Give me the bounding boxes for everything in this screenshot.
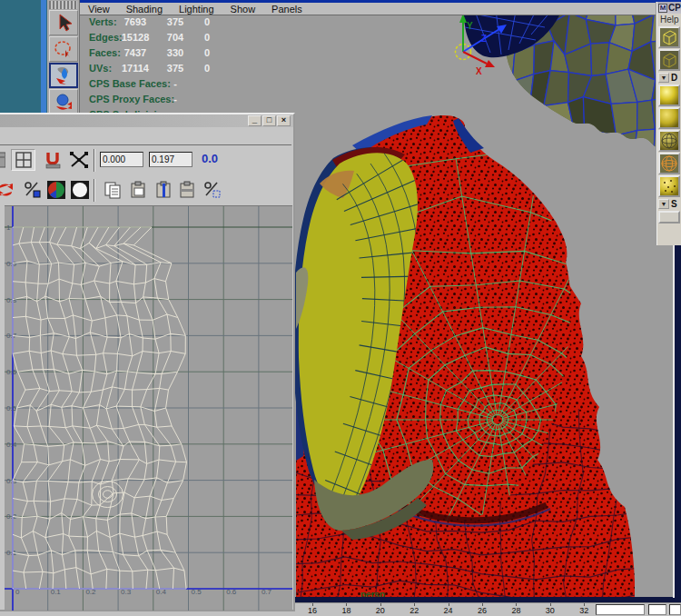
frame-label[interactable]: 26 [471, 606, 493, 615]
x-axis-label: X [476, 66, 482, 76]
toolbox-grip[interactable] [49, 1, 77, 9]
clipped-toolbar-icon[interactable] [0, 149, 5, 171]
rotate-icon [53, 92, 74, 112]
toolbar-divider [94, 149, 95, 172]
menu-panels[interactable]: Panels [263, 4, 311, 15]
frame-tick [414, 603, 415, 606]
rotate-tool-button[interactable] [49, 89, 78, 114]
maximize-button[interactable]: □ [262, 115, 276, 126]
frame-label[interactable]: 24 [438, 606, 459, 615]
menu-show[interactable]: Show [222, 4, 264, 15]
frame-label[interactable]: 22 [403, 606, 425, 615]
hud-row: CPS Base Faces:- [89, 78, 302, 93]
desktop-edge [0, 0, 47, 114]
paste-u-button[interactable] [153, 179, 174, 201]
uv-texture-editor-window: _ □ × [0, 113, 295, 611]
hud-row: UVs:171143750 [89, 63, 302, 77]
hud-row: Verts:76933750 [89, 16, 302, 31]
frame-label[interactable]: 20 [370, 606, 391, 615]
hud-value: 330 [162, 47, 189, 58]
flip-u-button[interactable] [22, 179, 44, 201]
frame-label[interactable]: 28 [505, 606, 527, 615]
cps-shading-dropdown[interactable]: ▼ S [657, 198, 681, 210]
window-edge-right [675, 238, 681, 598]
cps-textured-sphere-button[interactable] [658, 107, 680, 129]
maya-workspace: Y Z X persp ViewShadingLightingShowPanel… [0, 0, 681, 616]
toolbox [47, 0, 80, 118]
paste-u-icon [153, 180, 173, 200]
uv-toolbar-row1: 0.0 [0, 145, 293, 175]
heads-up-display: Verts:76933750Edges:151287040Faces:74373… [89, 16, 302, 127]
cps-vertex-sphere-button[interactable] [658, 175, 680, 197]
hud-value: 15128 [116, 32, 154, 43]
copy-uvs-button[interactable] [102, 179, 123, 201]
frame-tick [312, 603, 313, 606]
u-coordinate-field[interactable] [100, 152, 143, 167]
cps-shaded-sphere-button[interactable] [658, 84, 680, 106]
uv-y-axis-label: 0.4 [6, 441, 17, 449]
paste-uvs-button[interactable] [127, 179, 149, 201]
uv-y-axis-label: 0.9 [6, 260, 17, 268]
percent-dotted-icon [202, 180, 222, 200]
cps-help-menu[interactable]: Help [657, 14, 681, 25]
hud-value: 0 [198, 63, 216, 74]
cps-titlebar[interactable]: M CP [657, 2, 681, 14]
minimize-button[interactable]: _ [248, 115, 262, 126]
normalize-uvs-button[interactable] [202, 179, 223, 201]
frame-tick [482, 603, 483, 606]
v-coordinate-field[interactable] [149, 152, 192, 167]
cps-partial-button[interactable] [658, 211, 680, 224]
dropdown-arrow-icon[interactable]: ▼ [658, 199, 669, 209]
uv-editor-canvas[interactable]: 00.10.20.30.40.50.60.710.90.80.70.60.50.… [5, 205, 292, 610]
cps-wire-sphere-button[interactable] [658, 153, 680, 174]
select-tool-button[interactable] [49, 10, 78, 35]
menu-view[interactable]: View [80, 4, 118, 15]
grid-toggle-button[interactable] [11, 149, 35, 171]
frame-label[interactable]: 16 [301, 606, 323, 615]
frame-label[interactable]: 30 [539, 606, 561, 615]
hud-label: Verts: [89, 16, 117, 27]
frame-label[interactable]: 18 [335, 606, 357, 615]
range-end-field[interactable] [669, 604, 681, 615]
frame-tick [346, 603, 347, 606]
frame-tick [516, 603, 517, 606]
wire-cube-icon [660, 28, 678, 46]
paste-v-button[interactable] [176, 179, 198, 201]
cycle-uvs-button[interactable] [0, 179, 16, 201]
uv-y-axis-label: 1 [6, 224, 11, 232]
wire-sphere-icon [660, 154, 678, 173]
cps-display-dropdown[interactable]: ▼ D [657, 72, 681, 84]
wire-cube-dark-icon [660, 51, 678, 69]
close-button[interactable]: × [277, 115, 291, 126]
hud-row: Faces:74373300 [89, 47, 302, 62]
menu-shading[interactable]: Shading [118, 4, 171, 15]
hud-value: 375 [162, 16, 189, 27]
rgb-channels-button[interactable] [45, 179, 67, 201]
hud-value: 0 [198, 16, 216, 27]
alpha-channel-button[interactable] [69, 179, 91, 201]
hud-value: 7693 [116, 16, 154, 27]
range-start-field[interactable] [596, 604, 645, 615]
uv-editor-titlebar[interactable]: _ □ × [0, 114, 293, 127]
magnet-snap-button[interactable] [43, 149, 64, 171]
hud-value: 704 [162, 32, 189, 43]
lasso-select-tool-button[interactable] [49, 36, 78, 62]
cycle-arrows-icon [0, 180, 15, 200]
hud-value: 17114 [116, 63, 154, 74]
current-time-field[interactable] [648, 604, 666, 615]
cps-shaded-wire-sphere-button[interactable] [658, 130, 680, 152]
uv-x-axis-label: 0.5 [192, 588, 202, 596]
dropdown-arrow-icon[interactable]: ▼ [658, 73, 669, 83]
menu-lighting[interactable]: Lighting [171, 4, 222, 15]
cps-wire-cube-dark-button[interactable] [658, 49, 680, 71]
frame-tick [584, 603, 585, 606]
paste-v-icon [177, 180, 197, 200]
paint-select-tool-button[interactable] [49, 63, 78, 88]
lasso-icon [53, 39, 74, 59]
frame-label[interactable]: 32 [573, 606, 595, 615]
move-uv-button[interactable] [68, 149, 90, 171]
frame-tick [550, 603, 551, 606]
select-arrow-icon [53, 13, 74, 33]
cps-wire-cube-button[interactable] [658, 26, 680, 48]
cps-dropdown1-label: D [671, 73, 677, 83]
